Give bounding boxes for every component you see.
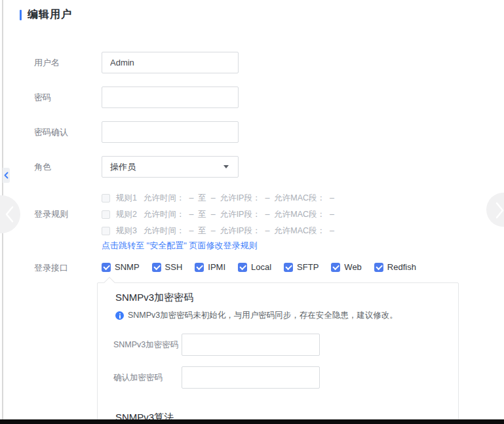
snmpv3-panel: SNMPv3加密密码 SNMPv3加密密码未初始化，与用户密码同步，存在安全隐患… <box>97 282 459 424</box>
login-interfaces-label: 登录接口 <box>34 263 68 273</box>
edit-user-page: 编辑用户 用户名 密码 密码确认 角色 操作员 登录规则 规则1 允许时间： –… <box>0 0 504 424</box>
login-interfaces-row: SNMP SSH IPMI Local SFTP Web Redfish <box>102 262 416 272</box>
chevron-down-icon <box>223 165 229 168</box>
interface-web-label: Web <box>344 262 362 272</box>
check-icon[interactable] <box>374 263 383 272</box>
interface-local[interactable]: Local <box>238 262 271 272</box>
chevron-left-icon <box>4 172 9 179</box>
password-label: 密码 <box>34 87 51 108</box>
rule2-detail: 允许时间： – 至 – 允许IP段： – 允许MAC段： – <box>144 209 334 220</box>
rule3-name: 规则3 <box>116 225 137 237</box>
interface-snmp-label: SNMP <box>115 262 140 272</box>
snmpv3-info-row: SNMPv3加密密码未初始化，与用户密码同步，存在安全隐患，建议修改。 <box>115 310 398 321</box>
interface-ssh-label: SSH <box>165 262 183 272</box>
password-confirm-label: 密码确认 <box>34 121 68 143</box>
login-rules-label: 登录规则 <box>34 208 68 220</box>
check-icon[interactable] <box>195 263 204 272</box>
snmpv3-panel-title: SNMPv3加密密码 <box>115 292 193 304</box>
sidebar-collapse-handle[interactable] <box>3 168 10 183</box>
page-title: 编辑用户 <box>28 8 72 22</box>
rule3-checkbox[interactable] <box>102 227 110 235</box>
snmpv3-password-input[interactable] <box>182 334 320 356</box>
rule3-detail: 允许时间： – 至 – 允许IP段： – 允许MAC段： – <box>144 225 334 237</box>
snmpv3-password-confirm-input[interactable] <box>182 366 320 389</box>
snmpv3-password-confirm-label: 确认加密密码 <box>113 366 163 389</box>
interface-sftp[interactable]: SFTP <box>284 262 319 272</box>
password-input[interactable] <box>102 87 239 108</box>
interface-ipmi[interactable]: IPMI <box>195 262 225 272</box>
check-icon[interactable] <box>102 263 111 272</box>
interface-ssh[interactable]: SSH <box>152 262 183 272</box>
interface-redfish[interactable]: Redfish <box>374 262 416 272</box>
interface-ipmi-label: IPMI <box>208 262 225 272</box>
interface-redfish-label: Redfish <box>387 262 416 272</box>
login-rule-row-3: 规则3 允许时间： – 至 – 允许IP段： – 允许MAC段： – <box>102 225 334 237</box>
title-accent-bar <box>20 10 22 20</box>
page-header: 编辑用户 <box>20 8 72 22</box>
role-label: 角色 <box>34 156 51 178</box>
username-label: 用户名 <box>34 52 60 73</box>
login-rule-row-2: 规则2 允许时间： – 至 – 允许IP段： – 允许MAC段： – <box>102 208 334 220</box>
interface-sftp-label: SFTP <box>297 262 319 272</box>
interface-snmp[interactable]: SNMP <box>102 262 140 272</box>
role-select[interactable]: 操作员 <box>102 156 239 178</box>
bottom-taskbar <box>0 419 504 424</box>
rule2-name: 规则2 <box>116 209 137 220</box>
carousel-prev-button[interactable] <box>0 195 20 233</box>
rule1-name: 规则1 <box>116 193 137 204</box>
login-rule-row-1: 规则1 允许时间： – 至 – 允许IP段： – 允许MAC段： – <box>102 192 334 204</box>
rule1-detail: 允许时间： – 至 – 允许IP段： – 允许MAC段： – <box>144 193 334 204</box>
carousel-next-button[interactable] <box>486 193 504 227</box>
rule2-checkbox[interactable] <box>102 210 110 219</box>
rule1-checkbox[interactable] <box>102 194 110 202</box>
security-config-link[interactable]: 点击跳转至 "安全配置" 页面修改登录规则 <box>102 240 257 252</box>
check-icon[interactable] <box>331 263 340 272</box>
password-confirm-input[interactable] <box>102 121 239 143</box>
info-icon <box>115 311 124 320</box>
chevron-left-icon <box>5 206 14 223</box>
snmpv3-password-label: SNMPv3加密密码 <box>113 334 178 356</box>
interface-web[interactable]: Web <box>331 262 362 272</box>
role-select-value: 操作员 <box>110 161 223 173</box>
snmpv3-info-text: SNMPv3加密密码未初始化，与用户密码同步，存在安全隐患，建议修改。 <box>128 310 398 321</box>
check-icon[interactable] <box>152 263 161 272</box>
check-icon[interactable] <box>238 263 247 272</box>
chevron-right-icon <box>495 202 504 219</box>
interface-local-label: Local <box>251 262 271 272</box>
username-input[interactable] <box>102 52 239 73</box>
check-icon[interactable] <box>284 263 293 272</box>
